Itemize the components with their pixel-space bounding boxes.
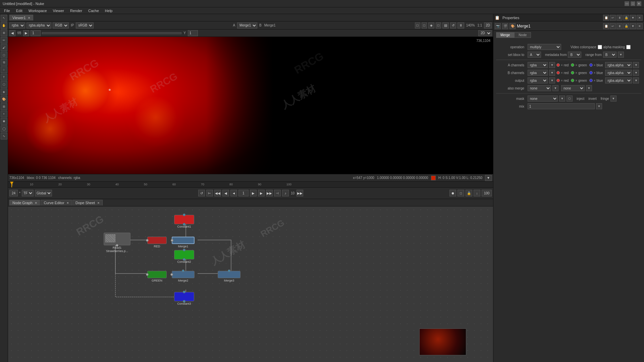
alpha-select[interactable]: rgba.alpha (26, 22, 51, 28)
prop-also-merge-1[interactable]: none (528, 85, 551, 91)
next-key-btn[interactable]: ▶▶ (266, 190, 273, 196)
prop-output-select[interactable]: rgba (528, 77, 548, 83)
props-node-btn4[interactable]: 🔒 (623, 23, 629, 29)
tool-pen[interactable]: ✏ (1, 37, 7, 44)
props-panel-close[interactable]: ✕ (637, 15, 643, 21)
b-green-x[interactable]: × (575, 71, 577, 75)
global-select[interactable]: Global (35, 190, 52, 196)
menu-help[interactable]: Help (102, 8, 115, 13)
prop-alpha-masking-cb[interactable] (626, 45, 631, 49)
prop-range-btn[interactable]: ▼ (618, 52, 624, 58)
frame-input[interactable] (31, 30, 41, 36)
prop-a-rgba-alpha-select[interactable]: rgba.alpha (605, 62, 632, 68)
out-green-x[interactable]: × (575, 79, 577, 82)
prop-also-merge-arrow2[interactable]: ▼ (586, 85, 592, 91)
prop-mix-input[interactable] (528, 103, 595, 109)
node-tab-prop[interactable]: Node (514, 32, 531, 38)
end-frame-input[interactable] (482, 190, 492, 196)
dope-sheet-tab-close[interactable]: × (97, 201, 99, 205)
fps-input[interactable] (9, 190, 18, 196)
node-merge3-graph[interactable]: Merge3 (218, 271, 240, 282)
viewer-tab-close[interactable]: × (28, 16, 30, 20)
node-constant3[interactable]: Constant3 (174, 292, 194, 305)
tf-select[interactable]: TF (22, 190, 34, 196)
mode-select[interactable]: 2D (478, 30, 492, 36)
viewer-tb-btn2[interactable]: □ (422, 22, 427, 28)
lock-btn[interactable]: 🔒 (466, 190, 472, 196)
prop-mask-right-btn[interactable]: ▼ (610, 96, 616, 102)
prop-also-merge-arrow1[interactable]: ▼ (552, 85, 558, 91)
tool-circle[interactable]: ◯ (1, 125, 7, 132)
props-node-icon-3[interactable]: 🎨 (509, 23, 516, 29)
out-red-x[interactable]: × (561, 79, 563, 82)
prop-out-rgba-alpha-select[interactable]: rgba.alpha (605, 77, 632, 83)
out-point-btn[interactable]: ⊣ (274, 190, 281, 196)
a-blue-x[interactable]: × (594, 63, 596, 67)
tool-shape[interactable]: ○ (1, 66, 7, 73)
prop-b-channels-select[interactable]: rgba (528, 70, 548, 76)
tool-brush[interactable]: 🖌 (1, 44, 7, 51)
curve-editor-tab-close[interactable]: × (67, 201, 69, 205)
y-input[interactable] (188, 30, 198, 36)
props-node-close[interactable]: ✕ (637, 23, 643, 29)
props-tb-reset[interactable]: ↩ (610, 15, 616, 21)
prop-mask-select[interactable]: none (528, 96, 558, 102)
tool-wand[interactable]: ∿ (1, 133, 7, 139)
props-node-btn5[interactable]: ▼ (630, 23, 636, 29)
tool-clone[interactable]: ⧉ (1, 59, 7, 66)
prop-range-select[interactable]: B (603, 52, 616, 58)
tool-text[interactable]: T (1, 74, 7, 80)
prop-operation-select[interactable]: multiply (528, 44, 561, 50)
props-node-btn2[interactable]: ↩ (610, 23, 616, 29)
props-node-btn1[interactable]: 📋 (603, 23, 609, 29)
skip-end-btn[interactable]: ▶▶ (297, 190, 303, 196)
prop-a-ch-arrow[interactable]: ▼ (549, 62, 555, 68)
tool-node[interactable]: ⬡ (1, 81, 7, 88)
frame-prev-btn[interactable]: ◀ (9, 30, 15, 36)
tool-star[interactable]: ✱ (1, 118, 7, 125)
current-frame-input[interactable] (238, 190, 249, 196)
viewer-tb-reset[interactable]: ↺ (450, 22, 456, 28)
viewer-tb-2d[interactable]: 2D (484, 22, 492, 28)
menu-cache[interactable]: Cache (86, 8, 102, 13)
tool-hand[interactable]: ✋ (1, 22, 7, 29)
node-read1[interactable]: Read1Strawberries.p... (104, 233, 130, 253)
prop-mix-btn[interactable]: ▼ (596, 103, 602, 109)
node-canvas[interactable]: RRCG 人人素材 RRCG (8, 206, 493, 362)
prop-also-merge-2[interactable]: none (561, 85, 585, 91)
node-merge1-graph[interactable]: Merge1 (172, 237, 195, 248)
a-red-x[interactable]: × (561, 63, 563, 67)
colorspace-select[interactable]: RGB (53, 22, 69, 28)
prop-mask-arrow[interactable]: ▼ (559, 96, 565, 102)
display-select[interactable]: sRGB (76, 22, 94, 28)
frame-slider[interactable] (42, 32, 181, 34)
snap-btn[interactable]: □ (458, 190, 464, 196)
prop-b-ch-arrow[interactable]: ▼ (549, 70, 555, 76)
prop-b-rgba-alpha-select[interactable]: rgba.alpha (605, 70, 632, 76)
tab-curve-editor[interactable]: Curve Editor × (41, 200, 72, 205)
play-back-btn[interactable]: ◄ (230, 190, 237, 196)
node-constant2[interactable]: Constant2 (174, 250, 194, 263)
tool-grid[interactable]: ⊞ (1, 103, 7, 110)
node-graph-tab-close[interactable]: × (35, 201, 37, 205)
prop-a-alpha-arrow[interactable]: ▼ (633, 62, 639, 68)
props-tb-pause[interactable]: ⏸ (616, 15, 623, 21)
tool-select[interactable]: ↖ (1, 15, 7, 21)
tool-mask[interactable]: ◈ (1, 88, 7, 95)
node-merge2-graph[interactable]: Merge2 (172, 271, 195, 282)
props-node-icon-1[interactable]: 📷 (495, 23, 501, 29)
out-blue-x[interactable]: × (594, 79, 596, 82)
menu-workspace[interactable]: Workspace (26, 8, 50, 13)
prop-metadata-select[interactable]: B (568, 52, 581, 58)
prop-output-arrow[interactable]: ▼ (549, 77, 555, 83)
play-fwd2-btn[interactable]: ▶ (258, 190, 265, 196)
node-red[interactable]: RED (147, 237, 167, 248)
close-button[interactable]: ✕ (637, 1, 641, 6)
merge-tab[interactable]: Merge (496, 32, 514, 38)
b-red-x[interactable]: × (561, 71, 563, 75)
node-green[interactable]: GREEN (147, 271, 167, 282)
prop-bbox-select[interactable]: A (528, 52, 541, 58)
prev-frame-btn[interactable]: ◀ (222, 190, 229, 196)
tab-dope-sheet[interactable]: Dope Sheet × (72, 200, 103, 205)
prop-b-alpha-arrow[interactable]: ▼ (633, 70, 639, 76)
